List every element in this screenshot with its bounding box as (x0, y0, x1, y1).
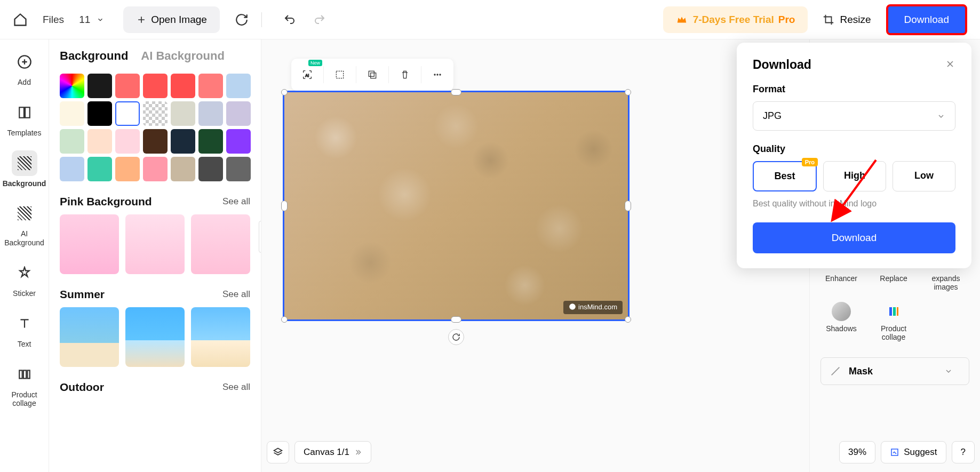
color-swatch-2[interactable] (115, 74, 140, 98)
rp-collage[interactable]: Product collage (873, 302, 914, 341)
sticker-icon (18, 266, 31, 280)
color-swatch-6[interactable] (226, 74, 251, 98)
thumb-pink-1[interactable] (60, 214, 119, 274)
thumb-pink-3[interactable] (191, 214, 250, 274)
canvas-toolbar: AI New (291, 59, 453, 91)
color-swatch-0[interactable] (60, 74, 84, 98)
resize-handle-tm[interactable] (451, 89, 461, 95)
delete-button[interactable] (393, 63, 417, 86)
free-trial-button[interactable]: 7-Days Free Trial Pro (663, 6, 808, 33)
files-menu[interactable]: Files (43, 14, 64, 26)
section-summer-seeall[interactable]: See all (222, 289, 250, 300)
more-button[interactable] (426, 63, 449, 86)
home-icon[interactable] (13, 12, 28, 27)
svg-rect-9 (369, 71, 374, 76)
mask-accordion[interactable]: Mask (820, 357, 969, 385)
nav-ai-background[interactable]: AI Background (0, 201, 49, 247)
color-swatch-25[interactable] (171, 157, 195, 181)
thumb-summer-2[interactable] (125, 307, 185, 367)
resize-handle-bl[interactable] (281, 316, 288, 323)
color-swatch-12[interactable] (198, 101, 223, 126)
resize-handle-ml[interactable] (281, 201, 288, 211)
color-swatch-22[interactable] (87, 157, 112, 181)
color-swatch-17[interactable] (143, 129, 168, 154)
rp-enhancer[interactable]: Enhancer (820, 274, 862, 291)
nav-templates[interactable]: Templates (0, 100, 49, 138)
color-swatch-16[interactable] (115, 129, 140, 154)
section-summer-title: Summer (60, 288, 105, 301)
nav-product-collage[interactable]: Product collage (0, 362, 49, 409)
format-value: JPG (763, 110, 782, 122)
color-swatch-27[interactable] (226, 157, 251, 181)
rp-replace[interactable]: Replace (873, 274, 914, 291)
color-swatch-21[interactable] (60, 157, 84, 181)
quality-high[interactable]: High (823, 161, 886, 191)
section-outdoor-seeall[interactable]: See all (222, 382, 250, 393)
quality-low[interactable]: Low (893, 161, 955, 191)
collage-icon (18, 367, 31, 381)
color-swatch-4[interactable] (171, 74, 195, 98)
nav-background-label: Background (3, 179, 46, 188)
download-button[interactable]: Download (886, 4, 968, 35)
color-swatch-13[interactable] (226, 101, 251, 126)
color-swatch-11[interactable] (171, 101, 195, 126)
color-swatch-18[interactable] (171, 129, 195, 154)
open-image-button[interactable]: Open Image (123, 6, 220, 33)
canvas-image[interactable]: insMind.com (283, 91, 630, 321)
nav-add[interactable]: Add (0, 49, 49, 87)
color-swatch-8[interactable] (87, 101, 112, 126)
section-pink-seeall[interactable]: See all (222, 196, 250, 207)
thumb-summer-1[interactable] (60, 307, 119, 367)
color-swatch-26[interactable] (198, 157, 223, 181)
color-swatch-10[interactable] (143, 101, 168, 126)
thumb-summer-3[interactable] (191, 307, 250, 367)
quality-hint: Best quality without insMind logo (753, 199, 955, 209)
color-swatch-1[interactable] (87, 74, 112, 98)
quality-best[interactable]: Best Pro (753, 161, 817, 191)
resize-handle-mr[interactable] (625, 201, 631, 211)
color-swatch-20[interactable] (226, 129, 251, 154)
resize-handle-br[interactable] (625, 316, 631, 323)
duplicate-button[interactable] (361, 63, 384, 86)
select-tool-button[interactable] (328, 63, 352, 86)
color-swatch-14[interactable] (60, 129, 84, 154)
tab-background[interactable]: Background (60, 49, 128, 63)
resize-handle-tl[interactable] (281, 89, 288, 95)
trial-pro-label: Pro (778, 14, 795, 26)
download-action-button[interactable]: Download (753, 222, 955, 253)
color-swatch-5[interactable] (198, 74, 223, 98)
sync-icon[interactable] (235, 13, 249, 27)
redo-icon[interactable] (313, 13, 326, 26)
color-swatch-7[interactable] (60, 101, 84, 126)
resize-handle-bm[interactable] (451, 316, 461, 323)
color-swatch-15[interactable] (87, 129, 112, 154)
resize-button[interactable]: Resize (823, 14, 871, 26)
rp-expand[interactable]: expands images (925, 274, 967, 291)
ai-tool-button[interactable]: AI New (296, 63, 319, 86)
text-icon (18, 317, 31, 331)
color-swatch-24[interactable] (143, 157, 168, 181)
color-swatch-9[interactable] (115, 101, 140, 126)
files-count-dropdown[interactable]: 11 (79, 14, 104, 26)
rotate-handle[interactable] (448, 329, 464, 345)
color-swatch-23[interactable] (115, 157, 140, 181)
canvas-pager[interactable]: Canvas 1/1 (294, 441, 371, 463)
download-popup-close[interactable] (945, 59, 955, 71)
collage-color-icon (884, 302, 903, 321)
nav-background[interactable]: Background (0, 150, 49, 188)
svg-point-11 (436, 74, 438, 75)
rp-shadows[interactable]: Shadows (820, 302, 862, 341)
nav-text[interactable]: Text (0, 311, 49, 349)
divider (261, 12, 262, 27)
nav-sticker[interactable]: Sticker (0, 260, 49, 298)
undo-icon[interactable] (283, 13, 296, 26)
resize-handle-tr[interactable] (625, 89, 631, 95)
color-swatch-19[interactable] (198, 129, 223, 154)
format-select[interactable]: JPG (753, 101, 955, 131)
tab-ai-background[interactable]: AI Background (141, 49, 224, 63)
canvas-pager-label: Canvas 1/1 (304, 447, 349, 458)
thumb-pink-2[interactable] (125, 214, 185, 274)
layers-button[interactable] (267, 441, 289, 463)
nav-text-label: Text (18, 340, 31, 349)
color-swatch-3[interactable] (143, 74, 168, 98)
